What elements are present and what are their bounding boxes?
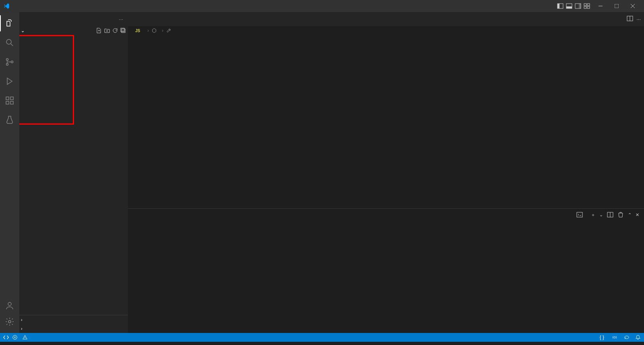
close-panel-icon[interactable]: ✕ [636, 212, 639, 218]
svg-point-37 [614, 337, 616, 339]
js-file-icon: JS [134, 29, 141, 33]
notifications-icon[interactable] [635, 335, 641, 340]
svg-line-15 [11, 44, 13, 46]
run-debug-tab[interactable] [0, 73, 19, 89]
chevron-right-icon: › [162, 28, 163, 33]
extensions-tab[interactable] [0, 92, 19, 109]
sidebar-header: ··· [19, 12, 128, 26]
panel: ＋ ⌄ ⌃ ✕ [128, 208, 644, 333]
language-mode[interactable]: { } [600, 335, 607, 340]
collapse-all-icon[interactable] [120, 27, 126, 34]
svg-rect-1 [557, 4, 559, 8]
svg-rect-5 [579, 4, 581, 8]
split-terminal-icon[interactable] [607, 212, 613, 218]
go-live[interactable] [612, 335, 618, 340]
refresh-icon[interactable] [112, 27, 118, 34]
outline-section[interactable]: › [19, 315, 128, 324]
warnings-indicator[interactable] [22, 335, 29, 340]
svg-rect-3 [566, 6, 572, 8]
panel-right-icon[interactable] [575, 3, 581, 9]
vscode-logo [3, 3, 10, 9]
feedback-icon[interactable] [624, 335, 630, 340]
close-button[interactable] [625, 0, 641, 12]
layout-controls [557, 3, 590, 9]
sidebar: ··· ⌄ › › [19, 12, 128, 333]
remote-indicator[interactable] [3, 335, 9, 340]
breadcrumbs[interactable]: JS › › [128, 26, 644, 35]
svg-point-24 [8, 320, 11, 323]
accounts-tab[interactable] [0, 298, 19, 314]
chevron-right-icon: › [21, 317, 23, 322]
code-content[interactable] [148, 35, 604, 208]
svg-rect-30 [577, 212, 582, 217]
new-folder-icon[interactable] [104, 27, 110, 34]
new-file-icon[interactable] [96, 27, 102, 34]
file-tree [19, 35, 128, 315]
testing-tab[interactable] [0, 112, 19, 128]
status-bar: { } [0, 333, 644, 342]
errors-indicator[interactable] [12, 335, 19, 340]
svg-rect-8 [584, 6, 586, 8]
explorer-tab[interactable] [0, 15, 19, 31]
svg-point-18 [11, 61, 13, 63]
editor-toolbar: ··· [623, 12, 644, 26]
property-icon [166, 28, 171, 33]
project-header[interactable]: ⌄ [19, 26, 128, 35]
editor-area: ··· JS › › [128, 12, 644, 333]
more-actions-icon[interactable]: ··· [636, 16, 641, 22]
panel-left-icon[interactable] [557, 3, 564, 9]
chevron-down-icon: ⌄ [21, 28, 25, 33]
svg-rect-20 [6, 101, 9, 104]
activity-bar [0, 12, 19, 333]
chevron-right-icon: › [147, 28, 149, 33]
svg-rect-21 [10, 101, 13, 104]
svg-rect-19 [6, 97, 9, 100]
minimap[interactable] [604, 35, 644, 208]
svg-rect-26 [121, 28, 124, 32]
new-terminal-icon[interactable]: ＋ [591, 212, 595, 218]
terminal[interactable] [128, 221, 644, 333]
customize-layout-icon[interactable] [584, 3, 590, 9]
search-tab[interactable] [0, 35, 19, 51]
svg-rect-9 [587, 6, 590, 8]
svg-rect-11 [615, 4, 619, 8]
chevron-right-icon: › [21, 326, 23, 331]
svg-rect-6 [584, 4, 586, 6]
panel-bottom-icon[interactable] [566, 3, 572, 9]
terminal-launch-icon[interactable] [576, 212, 583, 218]
kill-terminal-icon[interactable] [617, 212, 624, 218]
module-icon [151, 28, 157, 33]
timeline-section[interactable]: › [19, 324, 128, 333]
svg-rect-22 [10, 97, 13, 100]
svg-point-17 [6, 64, 8, 66]
svg-point-14 [6, 39, 11, 44]
svg-rect-7 [587, 4, 590, 6]
svg-point-16 [6, 59, 8, 61]
panel-tabs: ＋ ⌄ ⌃ ✕ [128, 209, 644, 221]
editor-tabs: ··· [128, 12, 644, 26]
split-editor-icon[interactable] [627, 15, 633, 23]
maximize-panel-icon[interactable]: ⌃ [628, 212, 632, 218]
editor-body[interactable] [128, 35, 644, 208]
line-numbers [128, 35, 148, 208]
sidebar-more-icon[interactable]: ··· [119, 17, 123, 22]
maximize-button[interactable] [609, 0, 625, 12]
title-bar [0, 0, 644, 12]
terminal-dropdown-icon[interactable]: ⌄ [599, 212, 603, 218]
minimize-button[interactable] [592, 0, 609, 12]
svg-point-23 [8, 302, 11, 306]
source-control-tab[interactable] [0, 54, 19, 70]
settings-tab[interactable] [0, 314, 19, 330]
